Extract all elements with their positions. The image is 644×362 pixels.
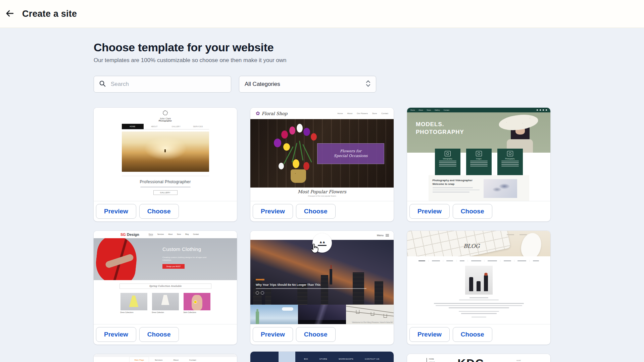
feature-card: Images (466, 149, 492, 175)
text-line (459, 311, 499, 312)
search-input[interactable] (110, 81, 219, 88)
preview-button[interactable]: Preview (253, 327, 293, 342)
choose-button[interactable]: Choose (296, 327, 336, 342)
feature-cards: Videography Images Photography (407, 149, 550, 175)
mini-nav-item: Store (177, 233, 181, 236)
hero-heading: Why Your Trips Should Be No Longer Than … (256, 283, 366, 287)
keyboard (407, 231, 511, 256)
mini-nav-item: SERVICES (187, 124, 209, 129)
preview-button[interactable]: Preview (96, 204, 136, 219)
mini-gallery-button: GALLERY (153, 190, 178, 195)
makeup-face-photo (484, 179, 517, 198)
night-sky-photo (298, 305, 346, 324)
blog-thumbnails: Welcome to Our Blog Feature, Here's How … (250, 305, 394, 324)
template-preview-photographer: John Clark Photographer HOME ABOUT GALLE… (94, 108, 237, 201)
mini-nav-item: Contact (444, 109, 449, 111)
product-item: Dress Collection (152, 293, 179, 313)
preview-button[interactable]: Preview (253, 204, 293, 219)
keyboard-desk-photo: BLOG (407, 231, 550, 256)
overlay-nav-placeholder (507, 234, 527, 235)
filter-controls: All Categories (94, 76, 644, 93)
choose-button[interactable]: Choose (139, 327, 179, 342)
thumb-caption: Welcome to Our Blog Feature, Here's How … (352, 321, 393, 323)
template-preview-travel-blog: Menu ▲▲ Why Your Trips Should Be No Long… (250, 231, 394, 324)
mini-nav-item: Services (150, 357, 167, 362)
product-item: Dress Collections (120, 293, 147, 313)
mini-nav-item: GALLERY (165, 124, 187, 129)
feature-label: Images (466, 158, 492, 160)
mini-brand: KDC (457, 358, 484, 362)
template-preview-floral-shop: ✿ Floral Shop Home About Our Flowers Sto… (250, 108, 394, 201)
template-preview-partial-left: Main Page Services About Contact (94, 354, 237, 362)
page-header-title: Create a site (22, 9, 77, 19)
search-icon (99, 80, 106, 89)
text-line (140, 187, 191, 188)
mini-nav-item: Our Flowers (357, 112, 368, 114)
mini-nav: Main Page Services About Contact (94, 357, 237, 362)
swimwear-photo (184, 293, 210, 310)
hero-banner: Flowers for Special Occasions (317, 143, 384, 164)
template-card-travel-blog: Menu ▲▲ Why Your Trips Should Be No Long… (250, 231, 394, 345)
white-dress-photo (152, 293, 179, 310)
product-item: Swim Collections (184, 293, 210, 313)
mini-nav-item: Blog (185, 233, 189, 236)
page-title: Choose template for your website (94, 41, 644, 54)
mini-subheading: A bouquet of the most popular flowers (250, 195, 394, 197)
template-card-models-photography: Home About News Gallery Contact MODELS. … (407, 108, 550, 221)
select-chevrons-icon (366, 80, 370, 89)
site-name: John Clark (94, 117, 237, 120)
choose-button[interactable]: Choose (139, 204, 179, 219)
mini-nav-item: WORKSHOPS (339, 358, 353, 360)
blog-script-word: BLOG (463, 243, 480, 249)
back-button[interactable] (2, 6, 17, 21)
choose-button[interactable]: Choose (296, 204, 336, 219)
text-line (472, 317, 486, 318)
article-text-placeholder (407, 297, 550, 317)
social-icons (537, 109, 547, 111)
product-row: Dress Collections Dress Collection Swim … (94, 293, 237, 313)
text-line (256, 288, 366, 289)
template-card-blog-keyboard: BLOG || || || || (407, 231, 550, 345)
feature-card: Videography (435, 149, 460, 175)
preview-button[interactable]: Preview (96, 327, 136, 342)
aperture-logo-icon (163, 110, 168, 115)
mini-nav-item: Home (149, 233, 153, 236)
mini-nav-item: News (427, 109, 431, 111)
template-card-sg-design: SG Design Home Services About Store Blog… (94, 231, 237, 345)
preview-button[interactable]: Preview (409, 327, 450, 342)
feature-label: Videography (435, 158, 460, 160)
mini-title: MODELS. PHOTOGRAPHY (416, 120, 464, 136)
template-card-floral-shop: ✿ Floral Shop Home About Our Flowers Sto… (250, 108, 394, 221)
text-line (449, 307, 509, 308)
template-preview-sg-design: SG Design Home Services About Store Blog… (94, 231, 237, 324)
category-select[interactable]: All Categories (239, 76, 376, 93)
mini-right-note: social (516, 359, 521, 361)
mini-nav-item: HOME (429, 358, 435, 360)
about-panel: Photography and Videographer Welcome to … (429, 175, 529, 201)
hero-subtext: Creating custom clothing designs for all… (162, 256, 213, 261)
mini-heading: Most Popular Flowers (250, 189, 394, 194)
search-box[interactable] (94, 76, 231, 93)
mini-nav-item: About (418, 109, 423, 111)
mini-nav-item: HOME (122, 124, 144, 129)
text-line (461, 313, 497, 314)
text-line (434, 303, 524, 304)
collection-banner: Spring Collection Available (119, 283, 211, 289)
tulip-bouquet-photo: Flowers for Special Occasions (250, 119, 394, 188)
top-bar: Create a site (0, 0, 644, 28)
salon-people-photo (465, 266, 493, 295)
mini-menu-label: Menu (377, 234, 384, 237)
mini-nav-item: Store (372, 112, 377, 114)
banner-line: Flowers for (340, 149, 361, 154)
mini-nav-item: Home (410, 109, 415, 111)
mini-nav: Home About Our Flowers Store Contact (338, 112, 388, 114)
red-dress-hero: Custom Clothing Creating custom clothing… (94, 238, 237, 280)
choose-button[interactable]: Choose (453, 204, 492, 219)
preview-button[interactable]: Preview (409, 204, 450, 219)
yellow-dress-photo (120, 293, 147, 310)
mini-side-nav: HOME ABOUT (427, 358, 435, 362)
mini-nav-item: STORE (319, 358, 327, 360)
category-selected-value: All Categories (245, 81, 280, 88)
choose-button[interactable]: Choose (453, 327, 492, 342)
ski-lift-photo: Welcome to Our Blog Feature, Here's How … (346, 305, 394, 324)
